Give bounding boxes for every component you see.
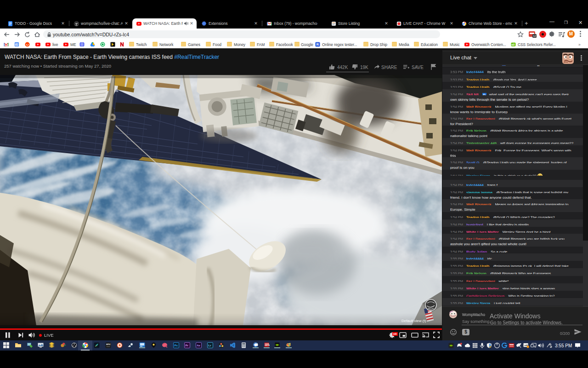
svg-text:Lr: Lr [209,344,212,347]
svg-text:Ae: Ae [197,344,200,347]
svg-text:Ps: Ps [175,344,178,347]
svg-text:Default view (t): Default view (t) [401,319,426,323]
svg-text:!: ! [491,346,491,348]
svg-text:R: R [317,42,319,46]
svg-text:w3: w3 [511,43,514,46]
svg-text:MEETER: MEETER [265,345,270,346]
svg-text:Pr: Pr [186,344,189,347]
svg-text:10+: 10+ [5,45,8,47]
svg-text:15: 15 [16,43,18,46]
svg-text:EPIC: EPIC [106,343,111,345]
